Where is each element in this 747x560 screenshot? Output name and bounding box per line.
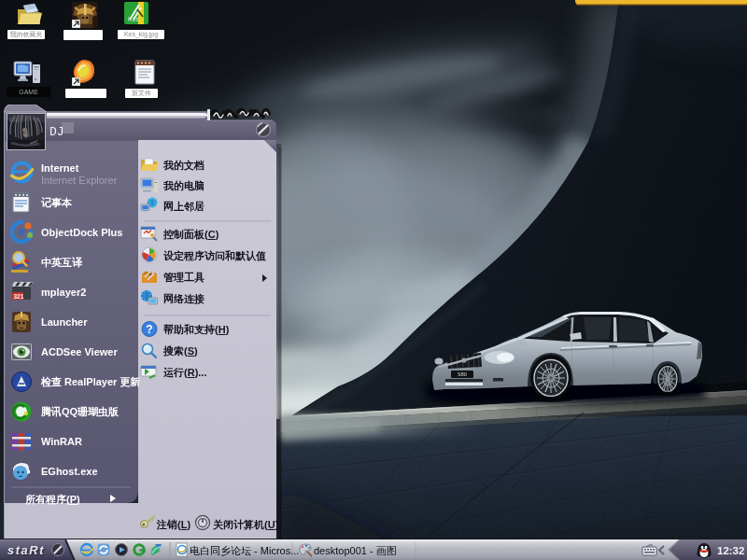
svg-text:staRt: staRt <box>7 543 45 557</box>
svg-text:BG: BG <box>9 117 19 123</box>
svg-text:DJ: DJ <box>49 125 64 139</box>
svg-text:12:32: 12:32 <box>717 545 744 556</box>
svg-text:Kes: Kes <box>128 16 140 22</box>
svg-text:S80: S80 <box>458 371 467 377</box>
svg-text:321: 321 <box>14 293 24 300</box>
svg-text:?: ? <box>146 323 152 336</box>
